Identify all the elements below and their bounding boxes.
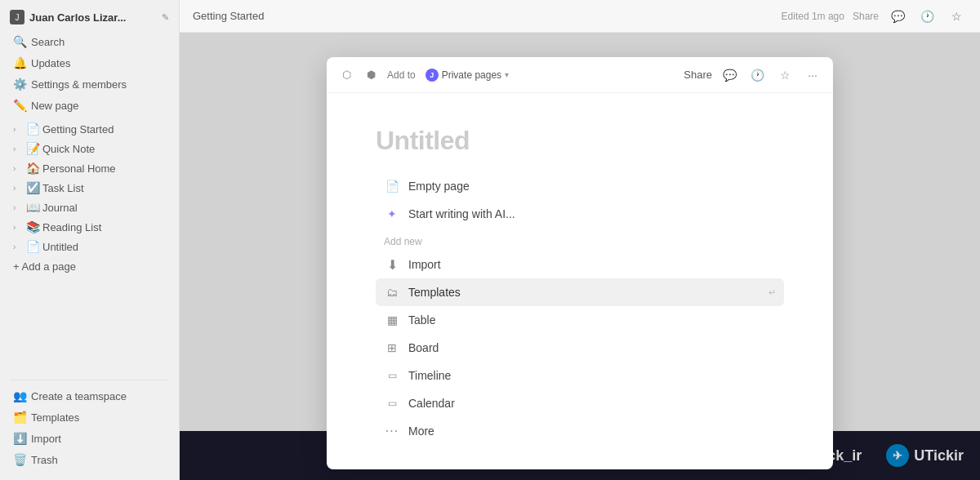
private-pages-label: Private pages	[442, 69, 501, 81]
sidebar-page-quick-note[interactable]: › 📝 Quick Note	[3, 139, 176, 158]
board-label: Board	[408, 341, 439, 354]
templates-icon: 🗂️	[13, 411, 26, 424]
sidebar-pages-section: › 📄 Getting Started › 📝 Quick Note › 🏠 P…	[0, 119, 179, 277]
sidebar-page-task-list[interactable]: › ☑️ Task List	[3, 178, 176, 198]
breadcrumb: Getting Started	[193, 10, 264, 22]
page-icon: 📖	[26, 201, 39, 214]
share-button[interactable]: Share	[853, 11, 879, 22]
chevron-icon: ›	[13, 125, 23, 134]
bell-icon: 🔔	[13, 56, 26, 69]
private-pages-button[interactable]: J Private pages ▾	[421, 67, 514, 83]
menu-item-board[interactable]: ⊞ Board	[376, 334, 784, 362]
add-to-label: Add to	[387, 69, 416, 81]
modal-expand-icon[interactable]: ⬢	[361, 65, 381, 85]
page-icon: 🏠	[26, 162, 39, 175]
modal-star-icon[interactable]: ☆	[774, 64, 795, 86]
action-start-writing[interactable]: ✦ Start writing with AI...	[376, 200, 784, 228]
modal-content: Untitled 📄 Empty page ✦ Start writing wi…	[327, 93, 833, 469]
comment-icon[interactable]: 💬	[887, 6, 908, 27]
page-icon: ☑️	[26, 181, 39, 194]
page-label: Task List	[42, 182, 84, 194]
menu-item-table[interactable]: ▦ Table	[376, 306, 784, 334]
action-empty-page[interactable]: 📄 Empty page	[376, 172, 784, 200]
sidebar-page-untitled[interactable]: › 📄 Untitled	[3, 237, 176, 256]
sidebar-item-new-page[interactable]: ✏️ New page	[3, 95, 176, 116]
workspace-icon: J	[10, 10, 24, 24]
sidebar-item-search-label: Search	[31, 36, 65, 48]
modal-more-icon[interactable]: ···	[802, 64, 823, 86]
sidebar-page-getting-started[interactable]: › 📄 Getting Started	[3, 119, 176, 139]
teamspace-icon: 👥	[13, 389, 26, 402]
new-page-modal: ⬡ ⬢ Add to J Private pages ▾ Share 💬	[327, 57, 833, 469]
chevron-icon: ›	[13, 164, 23, 173]
menu-item-more[interactable]: ··· More	[376, 417, 784, 445]
clock-icon[interactable]: 🕐	[916, 6, 938, 27]
page-label: Untitled	[42, 241, 78, 253]
import-label: Import	[408, 258, 441, 271]
chevron-icon: ›	[13, 203, 23, 212]
sidebar-item-new-page-label: New page	[31, 100, 79, 112]
modal-share-button[interactable]: Share	[684, 69, 712, 81]
workspace-name: Juan Carlos Lizar...	[29, 11, 157, 24]
start-writing-label: Start writing with AI...	[408, 207, 515, 220]
sidebar-create-teamspace-label: Create a teamspace	[31, 390, 127, 402]
page-icon: 📝	[26, 142, 39, 155]
workspace-top-icons: ✎	[162, 12, 169, 23]
chevron-icon: ›	[13, 184, 23, 193]
sidebar-add-page[interactable]: + Add a page	[3, 256, 176, 277]
menu-item-timeline[interactable]: ▭ Timeline	[376, 362, 784, 389]
chevron-icon: ›	[13, 242, 23, 251]
chevron-down-icon: ▾	[505, 70, 509, 79]
page-label: Personal Home	[42, 162, 116, 175]
modal-comment-icon[interactable]: 💬	[719, 64, 740, 86]
empty-page-label: Empty page	[408, 180, 470, 193]
sidebar-page-reading-list[interactable]: › 📚 Reading List	[3, 217, 176, 237]
page-title[interactable]: Untitled	[376, 126, 784, 156]
trash-icon: 🗑️	[13, 453, 26, 466]
modal-overlay: ⬡ ⬢ Add to J Private pages ▾ Share 💬	[180, 33, 980, 480]
star-icon[interactable]: ☆	[946, 6, 967, 27]
modal-topbar: ⬡ ⬢ Add to J Private pages ▾ Share 💬	[327, 57, 833, 93]
sidebar-item-updates-label: Updates	[31, 57, 70, 69]
menu-item-templates[interactable]: 🗂 Templates ↵	[376, 278, 784, 306]
modal-clock-icon[interactable]: 🕐	[746, 64, 768, 86]
sidebar-item-search[interactable]: 🔍 Search	[3, 31, 176, 52]
sidebar-item-create-teamspace[interactable]: 👥 Create a teamspace	[3, 385, 176, 407]
more-label: More	[408, 424, 434, 438]
topbar-right: Edited 1m ago Share 💬 🕐 ☆	[782, 6, 967, 27]
modal-back-icon[interactable]: ⬡	[336, 65, 356, 85]
sidebar-page-journal[interactable]: › 📖 Journal	[3, 198, 176, 217]
sidebar-page-personal-home[interactable]: › 🏠 Personal Home	[3, 158, 176, 178]
sidebar-item-import[interactable]: ⬇️ Import	[3, 428, 176, 449]
sidebar-item-updates[interactable]: 🔔 Updates	[3, 52, 176, 73]
calendar-menu-icon: ▭	[384, 395, 400, 411]
sidebar-item-settings-label: Settings & members	[31, 78, 127, 91]
sidebar-item-trash[interactable]: 🗑️ Trash	[3, 449, 176, 470]
topbar-left: Getting Started	[193, 10, 264, 22]
page-label: Getting Started	[42, 123, 114, 136]
sidebar-trash-label: Trash	[31, 454, 58, 466]
menu-item-import[interactable]: ⬇ Import	[376, 251, 784, 278]
add-new-label: Add new	[376, 228, 784, 251]
modal-topbar-left: ⬡ ⬢	[336, 65, 381, 85]
page-icon: 📄	[26, 240, 39, 253]
new-page-icon: ✏️	[13, 99, 26, 112]
menu-item-calendar[interactable]: ▭ Calendar	[376, 389, 784, 417]
empty-page-icon: 📄	[384, 178, 400, 194]
chevron-icon: ›	[13, 144, 23, 153]
templates-label: Templates	[408, 286, 461, 299]
sidebar-item-templates[interactable]: 🗂️ Templates	[3, 407, 176, 428]
calendar-label: Calendar	[408, 397, 455, 410]
page-icon: 📄	[26, 122, 39, 136]
divider	[10, 380, 169, 380]
sidebar-item-settings[interactable]: ⚙️ Settings & members	[3, 73, 176, 95]
chevron-icon: ›	[13, 223, 23, 232]
workspace-header[interactable]: J Juan Carlos Lizar... ✎	[0, 7, 179, 28]
page-label: Reading List	[42, 221, 101, 233]
edit-icon: ✎	[162, 12, 169, 23]
modal-topbar-right: Share 💬 🕐 ☆ ···	[684, 64, 823, 86]
timeline-menu-icon: ▭	[384, 367, 400, 384]
ai-icon: ✦	[384, 206, 400, 222]
sidebar-import-label: Import	[31, 433, 61, 445]
search-icon: 🔍	[13, 35, 26, 48]
